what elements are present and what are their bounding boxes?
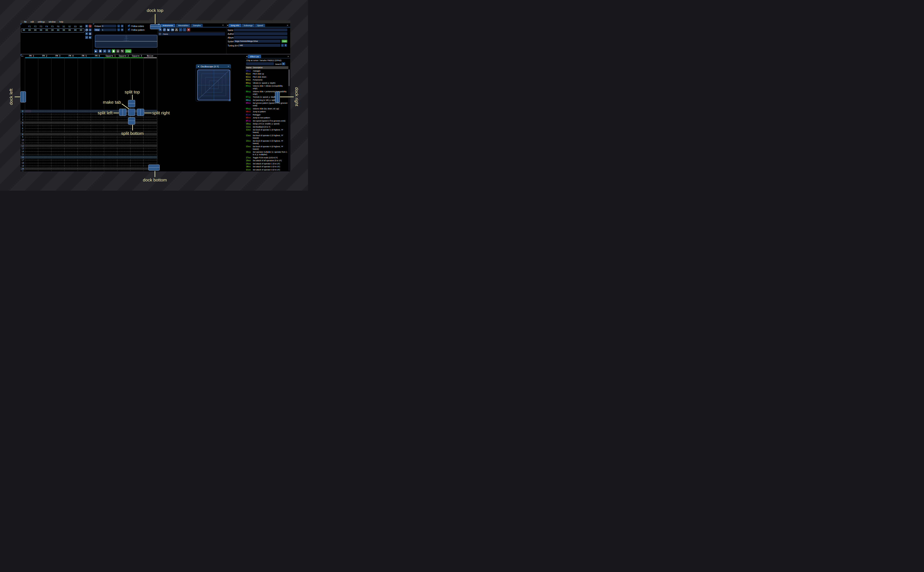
repeat-pattern-button[interactable]: ↻	[120, 49, 124, 53]
pattern-cell[interactable]	[91, 159, 104, 162]
pattern-cell[interactable]	[91, 150, 104, 153]
collapse-icon[interactable]: ▼	[246, 56, 248, 58]
channel-header-fm-2[interactable]: FM 2	[38, 55, 51, 58]
split-target-bottom[interactable]	[128, 117, 136, 124]
channel-header-square-3[interactable]: Square 3	[130, 55, 143, 58]
pattern-cell[interactable]	[51, 150, 64, 153]
pattern-cell[interactable]	[104, 116, 117, 118]
pattern-cell[interactable]	[64, 116, 78, 118]
order-row-number[interactable]: 00	[21, 29, 27, 31]
pattern-cell[interactable]	[25, 153, 38, 156]
pattern-row[interactable]: 10	[20, 138, 157, 141]
order-column-header[interactable]: F2	[33, 25, 38, 28]
pattern-cell[interactable]	[104, 159, 117, 162]
close-icon[interactable]: ×	[287, 55, 289, 58]
step-plus-button[interactable]: +	[121, 28, 123, 31]
dock-target-top[interactable]	[150, 24, 160, 29]
effect-list-row[interactable]: 1BxxSet attack of operator 2 (0 to 1F)	[246, 165, 288, 168]
pattern-cell[interactable]	[51, 164, 64, 167]
pattern-cell[interactable]	[64, 121, 78, 124]
effect-list-row[interactable]: 09xxSet groove pattern (speed 1 if no gr…	[246, 102, 288, 107]
pattern-cell[interactable]	[64, 118, 78, 121]
pattern-cell[interactable]	[143, 156, 157, 159]
pattern-cell[interactable]	[51, 147, 64, 150]
pattern-cell[interactable]	[143, 144, 157, 147]
pattern-cell[interactable]	[117, 162, 130, 165]
pattern-cell[interactable]	[51, 141, 64, 144]
pattern-cell[interactable]	[104, 167, 117, 170]
instrument-list-item[interactable]: - None -	[158, 33, 225, 36]
pattern-cell[interactable]	[117, 150, 130, 153]
pattern-cell[interactable]	[78, 133, 91, 136]
effect-search-input[interactable]	[246, 62, 274, 65]
pattern-cell[interactable]	[104, 127, 117, 130]
pattern-cell[interactable]	[38, 162, 51, 165]
order-column-header[interactable]: F1	[27, 25, 33, 28]
order-cell[interactable]: 00	[67, 29, 72, 31]
effect-list-row[interactable]: 02xxPitch slide down	[246, 76, 288, 78]
effect-list-row[interactable]: 10xySetup LFO (x: enable; y: speed)	[246, 122, 288, 125]
pattern-cell[interactable]	[143, 153, 157, 156]
pattern-row[interactable]: 15	[20, 153, 157, 156]
order-column-header[interactable]: F6	[55, 25, 61, 28]
scrollbar-thumb[interactable]	[288, 69, 290, 86]
pattern-cell[interactable]	[38, 127, 51, 130]
dock-target-left[interactable]	[20, 92, 26, 103]
pattern-cell[interactable]	[64, 144, 78, 147]
move-instrument-up-button[interactable]: ↑	[179, 28, 182, 31]
effect-list-row[interactable]: 0DxxJump to next pattern	[246, 116, 288, 119]
step-one-row-button[interactable]	[108, 49, 111, 53]
pattern-row[interactable]: 5	[20, 124, 157, 127]
tab-samples[interactable]: Samples	[191, 24, 203, 27]
pattern-cell[interactable]	[78, 121, 91, 124]
pattern-cell[interactable]	[104, 144, 117, 147]
effect-list-row[interactable]: 06xyVolume slide + portamento (compatibi…	[246, 90, 288, 96]
pattern-cell[interactable]	[143, 121, 157, 124]
pattern-cell[interactable]	[64, 110, 78, 113]
tab-subsongs[interactable]: Subsongs	[242, 24, 255, 27]
edit-record-button[interactable]	[112, 49, 115, 53]
pattern-cell[interactable]	[130, 138, 143, 141]
pattern-cell[interactable]	[51, 162, 64, 165]
pattern-cell[interactable]	[25, 156, 38, 159]
pattern-cell[interactable]	[143, 150, 157, 153]
pattern-cell[interactable]	[117, 167, 130, 170]
pattern-cell[interactable]	[64, 153, 78, 156]
pattern-cell[interactable]	[143, 118, 157, 121]
pattern-cell[interactable]	[25, 121, 38, 124]
resize-grip-icon[interactable]	[229, 99, 231, 101]
pattern-cell[interactable]	[38, 133, 51, 136]
pattern-row[interactable]: 20	[20, 167, 157, 170]
pattern-cell[interactable]	[51, 110, 64, 113]
pattern-cell[interactable]	[104, 124, 117, 127]
close-icon[interactable]: ×	[227, 65, 229, 67]
pattern-cell[interactable]	[104, 136, 117, 138]
pattern-cell[interactable]	[130, 153, 143, 156]
pattern-cell[interactable]	[64, 156, 78, 159]
pattern-cell[interactable]	[91, 164, 104, 167]
pattern-cell[interactable]	[91, 130, 104, 133]
effect-rows[interactable]: 00xyArpeggio01xxPitch slide up02xxPitch …	[246, 69, 288, 171]
collapse-icon[interactable]: ▼	[227, 25, 229, 26]
pattern-cell[interactable]	[91, 118, 104, 121]
pattern-cell[interactable]	[91, 167, 104, 170]
pattern-cell[interactable]	[117, 138, 130, 141]
pattern-cell[interactable]	[143, 116, 157, 118]
pattern-cell[interactable]	[117, 136, 130, 138]
pattern-cell[interactable]	[78, 153, 91, 156]
pattern-cell[interactable]	[143, 127, 157, 130]
tab-wavetables[interactable]: Wavetables	[176, 24, 190, 27]
pattern-cell[interactable]	[104, 162, 117, 165]
pattern-cell[interactable]	[143, 162, 157, 165]
tuning-minus-button[interactable]: -	[281, 44, 284, 47]
pattern-cell[interactable]	[25, 147, 38, 150]
pattern-row[interactable]: 6	[20, 127, 157, 130]
pattern-rows[interactable]: 0123456789101112131415161718192021	[20, 110, 157, 171]
pattern-cell[interactable]	[143, 147, 157, 150]
pattern-cell[interactable]	[117, 170, 130, 171]
pattern-cell[interactable]	[38, 141, 51, 144]
pattern-cell[interactable]	[64, 130, 78, 133]
pattern-cell[interactable]	[104, 138, 117, 141]
pattern-cell[interactable]	[25, 124, 38, 127]
pattern-cell[interactable]	[78, 167, 91, 170]
